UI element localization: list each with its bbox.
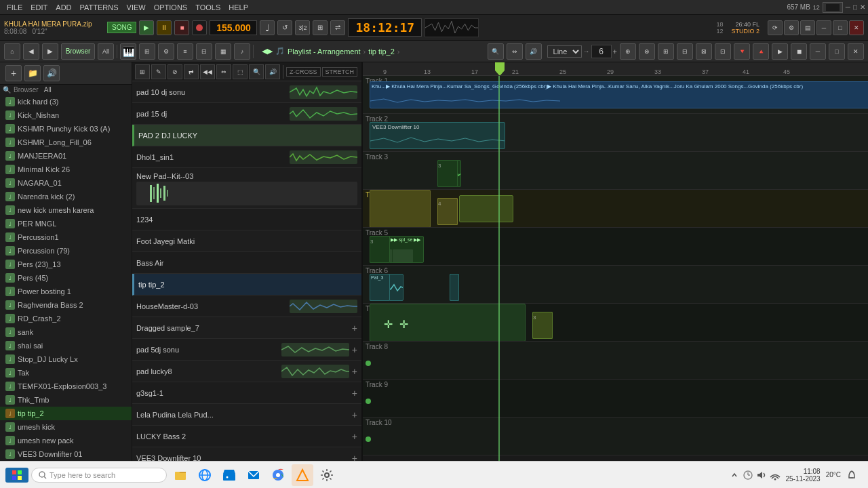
- track6-pat3f[interactable]: Pat_3: [370, 274, 390, 301]
- sidebar-item-nagara[interactable]: ♩ NAGARA_01: [0, 176, 132, 190]
- inst-row-lela[interactable]: Lela Pudina Lela Pud... +: [132, 404, 361, 426]
- inst-tool-7[interactable]: ⬚: [233, 64, 248, 79]
- sidebar-item-pers-23[interactable]: ♩ Pers (23)_13: [0, 258, 132, 271]
- browser-btn[interactable]: Browser: [61, 43, 95, 60]
- tray-up-arrow[interactable]: [729, 470, 740, 481]
- tool-icon9[interactable]: ▶: [772, 43, 788, 60]
- close-playlist-btn[interactable]: ✕: [848, 43, 864, 60]
- inst-tool-6[interactable]: ⇔: [216, 64, 231, 79]
- track-row-4[interactable]: Track 4 4 4 4 4 4 4 4 4 4: [363, 190, 868, 228]
- nav-back[interactable]: ◀: [23, 43, 39, 60]
- channel-icon[interactable]: ≡: [177, 43, 193, 60]
- loop-btn[interactable]: ↺: [277, 20, 292, 35]
- inst-row-lucky-bass[interactable]: LUCKY Bass 2 +: [132, 426, 361, 447]
- sidebar-item-power-bosting[interactable]: ♩ Power bosting 1: [0, 285, 132, 298]
- sidebar-item-umesh-new-pack[interactable]: ♩ umesh new pack: [0, 434, 132, 447]
- taskbar-icon-fl-studio[interactable]: [292, 464, 313, 486]
- track-row-1[interactable]: Track 1 Khu...▶ Khula Hai Mera Pinja...K…: [363, 76, 868, 114]
- menu-tools[interactable]: TOOLS: [191, 0, 224, 14]
- sidebar-item-sank[interactable]: ♩ sank: [0, 325, 132, 339]
- sidebar-item-kshmr-punchy[interactable]: ♩ KSHMR Punchy Kick 03 (A): [0, 122, 132, 136]
- menu-edit[interactable]: EDIT: [26, 0, 52, 14]
- counter-btn[interactable]: 3|2: [295, 20, 310, 35]
- track3-b11[interactable]: 3: [437, 160, 458, 187]
- tool-icon7[interactable]: 🔻: [734, 43, 750, 60]
- sidebar-item-thk-tmb[interactable]: ♩ Thk_Tmb: [0, 393, 132, 407]
- sidebar-item-vee3[interactable]: ♩ VEE3 Downlifter 01: [0, 447, 132, 461]
- window-max[interactable]: □: [853, 3, 857, 11]
- record-btn[interactable]: [192, 20, 207, 35]
- tray-icon-speaker[interactable]: [756, 470, 767, 481]
- inst-row-vee3[interactable]: VEE3 Downlifter 10 +: [132, 447, 361, 461]
- inst-add-padlucky8[interactable]: +: [352, 366, 357, 377]
- inst-add-dragged[interactable]: +: [352, 323, 357, 333]
- inst-tool-8[interactable]: 🔍: [249, 64, 264, 79]
- line-select[interactable]: Line: [547, 45, 582, 58]
- taskbar-icon-mail[interactable]: [243, 464, 264, 486]
- menu-help[interactable]: HELP: [224, 0, 252, 14]
- inst-add-lela[interactable]: +: [352, 409, 357, 420]
- piano-icon[interactable]: 🎹: [120, 43, 136, 60]
- win-min2[interactable]: ─: [816, 20, 831, 35]
- metronome-btn[interactable]: ♩: [260, 20, 275, 35]
- nav-forward[interactable]: ▶: [42, 43, 58, 60]
- track7-main-block[interactable]: ✛ ✛: [370, 304, 526, 342]
- taskbar-icon-browser[interactable]: [194, 464, 216, 486]
- ctrl-btn3[interactable]: ▤: [800, 20, 815, 35]
- sidebar-item-minimal-kick[interactable]: ♩ Minimal Kick 26: [0, 163, 132, 176]
- stretch-btn[interactable]: STRETCH: [322, 67, 358, 77]
- taskbar-search[interactable]: Type here to search: [31, 468, 167, 483]
- collapse-btn[interactable]: ─: [810, 43, 826, 60]
- sidebar-item-umesh-kick[interactable]: ♩ umesh kick: [0, 420, 132, 434]
- win-max2[interactable]: □: [833, 20, 848, 35]
- current-track[interactable]: tip tip_2: [368, 47, 395, 56]
- inst-row-padlucky8[interactable]: pad lucky8 +: [132, 361, 361, 382]
- browser-icon[interactable]: ⌂: [4, 43, 20, 60]
- track6-arr10[interactable]: [450, 274, 459, 301]
- mixer-icon[interactable]: ⊟: [196, 43, 212, 60]
- nav-arrows[interactable]: ◀▶: [262, 47, 273, 56]
- menu-options[interactable]: OPTIONS: [150, 0, 192, 14]
- inst-add-lucky-bass[interactable]: +: [352, 431, 357, 442]
- inst-tool-9[interactable]: 🔊: [265, 64, 280, 79]
- step-icon[interactable]: ⊞: [139, 43, 155, 60]
- all-btn[interactable]: All: [98, 43, 114, 60]
- sidebar-item-pers-45[interactable]: ♩ Pers (45): [0, 271, 132, 285]
- track-row-8[interactable]: Track 8: [363, 342, 868, 380]
- sidebar-item-manjeera[interactable]: ♩ MANJEERA01: [0, 149, 132, 163]
- ctrl-btn2[interactable]: ⚙: [784, 20, 799, 35]
- playlist-icon[interactable]: ▦: [215, 43, 231, 60]
- track4-olive-block[interactable]: [459, 195, 513, 222]
- sidebar-speaker-btn[interactable]: 🔊: [43, 65, 60, 81]
- z-cross-btn[interactable]: Z-CROSS: [286, 67, 321, 77]
- sidebar-item-kick-nishan[interactable]: ♩ Kick_Nishan: [0, 108, 132, 122]
- inst-row-dhol[interactable]: Dhol1_sin1: [132, 146, 361, 168]
- track4-big-block[interactable]: [370, 190, 431, 228]
- tool-icon6[interactable]: ⊡: [715, 43, 731, 60]
- sidebar-item-temfx[interactable]: ♩ TEMFX01-Explosion003_3: [0, 380, 132, 393]
- inst-row-pad5dj[interactable]: pad 5dj sonu +: [132, 339, 361, 361]
- tool-icon8[interactable]: 🔺: [753, 43, 769, 60]
- menu-view[interactable]: VIEW: [123, 0, 150, 14]
- sidebar-item-stop-dj[interactable]: ♩ Stop_DJ Lucky Lx: [0, 352, 132, 366]
- sidebar-item-raghvendra-bass[interactable]: ♩ Raghvendra Bass 2: [0, 298, 132, 312]
- track-row-7[interactable]: Track 7 ✛ ✛ 3 3 3 3 3 3 3 3: [363, 304, 868, 342]
- clock-area[interactable]: 11:08 25-11-2023: [786, 468, 821, 483]
- track-row-9[interactable]: Track 9: [363, 380, 868, 418]
- inst-add-vee3[interactable]: +: [352, 453, 357, 462]
- tool-icon1[interactable]: ⊕: [620, 43, 636, 60]
- taskbar-icon-chrome[interactable]: [267, 464, 289, 486]
- tray-icon-network[interactable]: [770, 470, 781, 481]
- inst-row-dragged[interactable]: Dragged sample_7 +: [132, 317, 361, 339]
- win-close2[interactable]: ✕: [849, 20, 864, 35]
- sidebar-item-new-kick[interactable]: ♩ new kick umesh karera: [0, 203, 132, 217]
- tool-icon4[interactable]: ⊟: [677, 43, 693, 60]
- sidebar-item-percussion-79[interactable]: ♩ Percussion (79): [0, 244, 132, 258]
- taskbar-icon-store[interactable]: [218, 464, 240, 486]
- bpm-display[interactable]: 155.000: [210, 20, 257, 35]
- inst-tool-4[interactable]: ⇄: [184, 64, 199, 79]
- track7-b10[interactable]: 3: [532, 312, 553, 339]
- inst-row-1234[interactable]: 1234: [132, 209, 361, 230]
- inst-row-pad2dj[interactable]: PAD 2 DJ LUCKY: [132, 125, 361, 146]
- sidebar-item-tip-tip2[interactable]: ♩ tip tip_2: [0, 407, 132, 420]
